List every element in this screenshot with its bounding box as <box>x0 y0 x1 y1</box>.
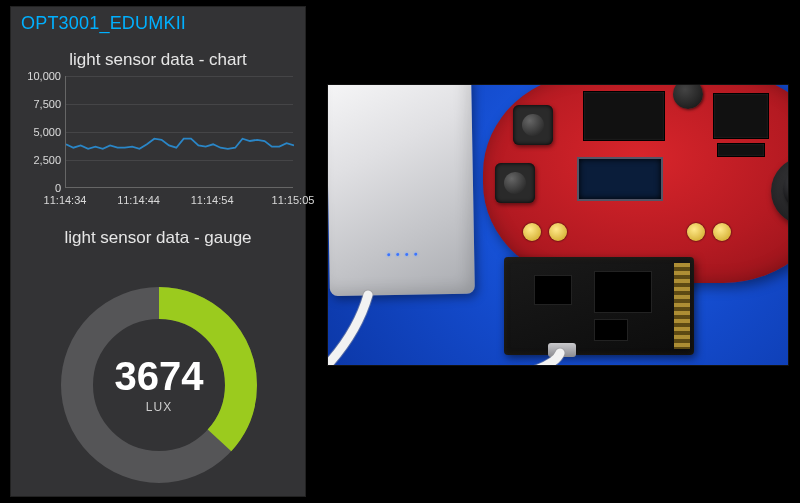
ic-chip-3 <box>534 275 572 305</box>
stage: OPT3001_EDUMKII light sensor data - char… <box>0 0 800 503</box>
gold-pad-3 <box>687 223 705 241</box>
y-axis-tick: 10,000 <box>21 70 61 82</box>
gauge-title: light sensor data - gauge <box>11 222 305 250</box>
y-axis-tick: 2,500 <box>21 154 61 166</box>
chart-series <box>66 76 294 188</box>
x-axis-tick: 11:15:05 <box>272 194 315 206</box>
gold-pad-4 <box>713 223 731 241</box>
joystick-assembly <box>775 151 788 228</box>
buzzer-icon <box>673 85 703 109</box>
x-axis-tick: 11:14:34 <box>44 194 87 206</box>
donut-gauge[interactable]: 3674 LUX <box>11 250 307 500</box>
gauge-unit: LUX <box>115 400 204 414</box>
ic-chip-1 <box>713 93 769 139</box>
gauge-center: 3674 LUX <box>115 356 204 414</box>
x-axis-tick: 11:14:44 <box>117 194 160 206</box>
y-axis-tick: 5,000 <box>21 126 61 138</box>
y-axis-tick: 0 <box>21 182 61 194</box>
ic-chip-4 <box>594 271 652 313</box>
chart-title: light sensor data - chart <box>11 44 305 72</box>
power-bank-leds <box>387 253 417 257</box>
line-chart[interactable]: 02,5005,0007,50010,000 11:14:3411:14:441… <box>21 72 297 222</box>
push-button-1 <box>513 105 553 145</box>
gauge-value: 3674 <box>115 356 204 396</box>
micro-usb-port <box>548 343 576 357</box>
x-axis-tick: 11:14:54 <box>191 194 234 206</box>
mcu-module <box>583 91 665 141</box>
gold-edge-connector <box>674 263 690 349</box>
dashboard-panel: OPT3001_EDUMKII light sensor data - char… <box>10 6 306 497</box>
red-dev-board <box>483 85 788 283</box>
black-daughter-board <box>504 257 694 355</box>
lcd-display <box>577 157 663 201</box>
ic-chip-2 <box>717 143 765 157</box>
panel-title: OPT3001_EDUMKII <box>11 7 305 44</box>
push-button-2 <box>495 163 535 203</box>
gold-pad-2 <box>549 223 567 241</box>
gold-pad-1 <box>523 223 541 241</box>
hardware-photo <box>328 85 788 365</box>
ic-chip-5 <box>594 319 628 341</box>
y-axis-tick: 7,500 <box>21 98 61 110</box>
chart-plot-area <box>65 76 293 188</box>
power-bank <box>328 85 475 296</box>
